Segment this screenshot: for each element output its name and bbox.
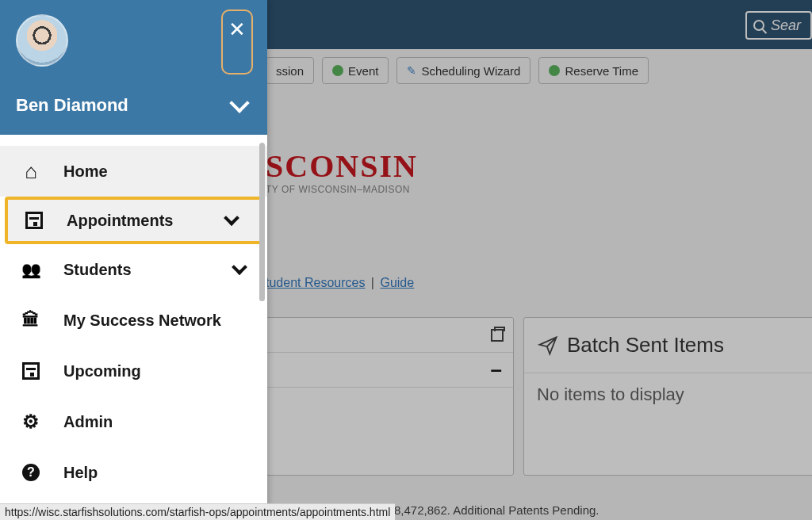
user-name: Ben Diamond [16,95,128,116]
date-panel-header[interactable] [266,318,513,353]
batch-sent-panel: Batch Sent Items No items to display [523,317,812,476]
logo-subline: TY OF WISCONSIN–MADISON [266,184,418,195]
reserve-label: Reserve Time [565,64,638,78]
global-search-input[interactable]: Sear [745,11,812,40]
guide-link[interactable]: Guide [380,276,414,289]
chevron-down-icon [224,210,239,226]
event-button[interactable]: Event [322,57,389,84]
batch-sent-header: Batch Sent Items [524,318,812,373]
drawer-header: ✕ Ben Diamond [0,0,267,135]
institution-logo: SCONSIN TY OF WISCONSIN–MADISON [266,151,418,195]
session-button[interactable]: ssion [266,57,314,84]
batch-sent-title: Batch Sent Items [567,333,724,358]
calendar-icon [21,361,41,381]
session-label: ssion [276,64,304,78]
nav-home-label: Home [63,162,250,181]
event-label: Event [348,64,378,78]
wand-icon: ✎ [407,64,416,77]
nav-students-label: Students [63,261,212,279]
add-icon [549,65,560,76]
nav-appointments[interactable]: Appointments [5,197,262,244]
nav-admin[interactable]: Admin [0,396,267,447]
logo-wordmark: SCONSIN [266,151,418,182]
user-avatar[interactable] [16,14,68,67]
nav-appointments-label: Appointments [67,212,204,230]
chevron-down-icon [229,93,249,113]
nav-home[interactable]: Home [0,146,267,197]
navigation-drawer: ✕ Ben Diamond Home Appointments Students… [0,0,267,520]
calendar-icon [24,210,44,231]
search-placeholder: Sear [771,17,801,34]
close-drawer-button[interactable]: ✕ [221,10,253,75]
nav-upcoming[interactable]: Upcoming [0,346,267,396]
nav-admin-label: Admin [63,413,250,431]
paper-plane-icon [537,335,559,357]
date-panel: – [266,317,514,476]
gear-icon [21,411,41,432]
reserve-time-button[interactable]: Reserve Time [538,57,649,84]
nav-success-network[interactable]: My Success Network [0,295,267,346]
nav-students[interactable]: Students [0,244,267,295]
nav-divider [0,135,267,146]
nav-help-label: Help [63,464,250,482]
scheduling-wizard-button[interactable]: ✎ Scheduling Wizard [396,57,530,84]
user-menu-toggle[interactable]: Ben Diamond [16,95,251,116]
help-icon: ? [21,462,41,483]
nav-help[interactable]: ? Help [0,447,267,498]
student-resources-link[interactable]: tudent Resources [266,276,365,289]
link-sep: | [369,276,377,289]
close-icon: ✕ [228,19,246,40]
home-icon [21,161,41,182]
people-icon [21,259,41,280]
batch-sent-empty: No items to display [524,373,812,416]
minus-icon: – [491,358,502,382]
nav-upcoming-label: Upcoming [63,362,250,380]
wizard-label: Scheduling Wizard [421,64,520,78]
institution-icon [21,310,41,331]
nav-success-network-label: My Success Network [63,312,250,330]
patent-footer: 8,472,862. Additional Patents Pending. [394,503,599,517]
calendar-picker-icon[interactable] [491,329,504,342]
search-icon [753,20,764,31]
date-panel-collapse[interactable]: – [266,353,513,388]
chevron-down-icon [232,259,247,275]
drawer-nav: Home Appointments Students My Success Ne… [0,135,267,520]
add-icon [332,65,343,76]
resource-links: tudent Resources | Guide [266,276,414,290]
browser-status-url: https://wisc.starfishsolutions.com/starf… [0,503,395,520]
